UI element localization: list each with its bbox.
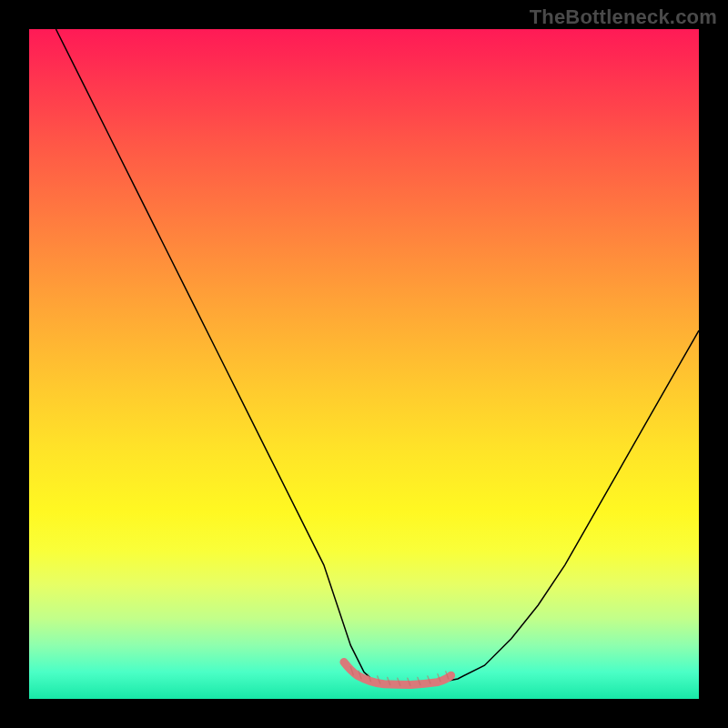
watermark-text: TheBottleneck.com <box>530 5 717 29</box>
optimal-band-layer <box>29 29 699 699</box>
chart-frame: TheBottleneck.com <box>0 0 728 728</box>
plot-area <box>29 29 699 699</box>
